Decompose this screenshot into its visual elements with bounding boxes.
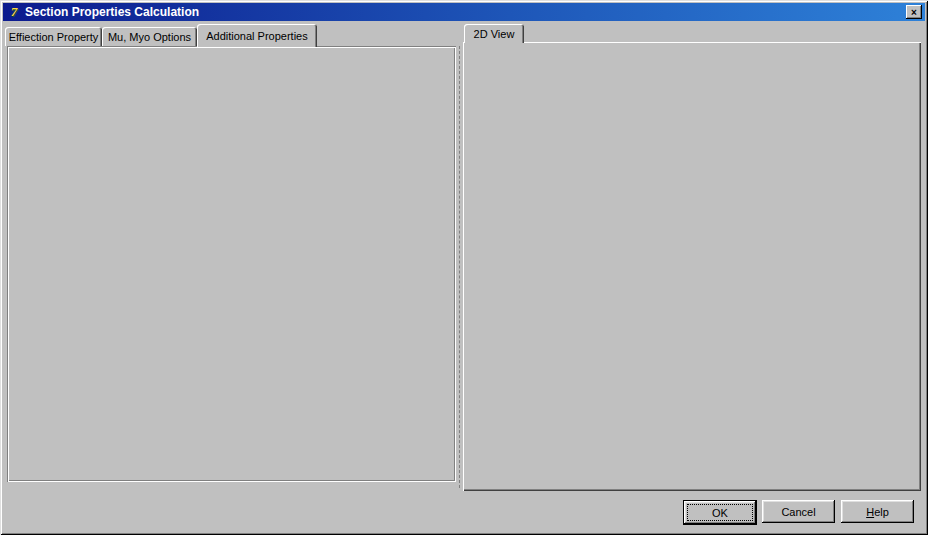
tab-label: Effiection Property (9, 31, 99, 43)
tab-label: Mu, Myo Options (108, 31, 191, 43)
section-properties-dialog: 7 Section Properties Calculation × Effie… (0, 0, 928, 535)
tab-additional-properties[interactable]: Additional Properties (197, 24, 317, 47)
ok-button[interactable]: OK (683, 500, 757, 525)
title-bar[interactable]: 7 Section Properties Calculation × (3, 3, 925, 21)
app-icon: 7 (6, 5, 22, 19)
tab-mu-myo-options[interactable]: Mu, Myo Options (102, 27, 197, 46)
window-title: Section Properties Calculation (25, 5, 199, 19)
panel-splitter[interactable] (459, 46, 461, 488)
tab-label: 2D View (474, 28, 515, 40)
additional-properties-panel (7, 46, 456, 482)
cancel-button[interactable]: Cancel (762, 500, 835, 523)
ok-button-label: OK (712, 507, 728, 519)
help-button[interactable]: Help (841, 500, 914, 523)
tab-effiection-property[interactable]: Effiection Property (5, 27, 102, 46)
tab-label: Additional Properties (206, 30, 308, 42)
view-2d-panel (463, 42, 921, 491)
close-icon: × (911, 7, 917, 18)
tab-2d-view[interactable]: 2D View (464, 24, 524, 43)
cancel-button-label: Cancel (781, 506, 815, 518)
close-button[interactable]: × (906, 5, 922, 19)
help-button-label: Help (866, 506, 889, 518)
